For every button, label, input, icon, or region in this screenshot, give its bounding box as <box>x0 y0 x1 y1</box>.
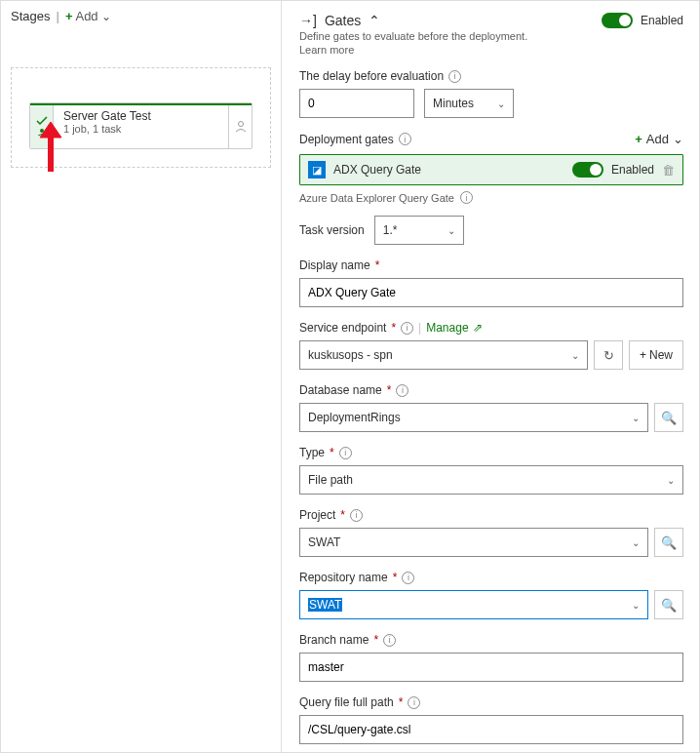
info-icon[interactable]: i <box>401 322 413 335</box>
learn-more-link[interactable]: Learn more <box>299 44 354 56</box>
gates-toggle[interactable] <box>602 13 633 28</box>
task-version-select[interactable]: 1.* ⌄ <box>374 216 464 245</box>
new-endpoint-button[interactable]: +New <box>629 340 683 370</box>
add-gate-label: Add <box>646 132 669 146</box>
add-gate-button[interactable]: + Add ⌄ <box>635 132 683 146</box>
chevron-down-icon: ⌄ <box>667 475 675 486</box>
new-endpoint-label: New <box>649 348 673 362</box>
chevron-down-icon: ⌄ <box>673 132 683 146</box>
type-label: Type <box>299 446 325 459</box>
browse-database-button[interactable]: 🔍 <box>654 403 683 432</box>
database-select[interactable]: DeploymentRings⌄ <box>299 403 648 432</box>
gates-description: Define gates to evaluate before the depl… <box>299 30 683 42</box>
separator: | <box>56 9 58 23</box>
service-endpoint-select[interactable]: kuskusops - spn ⌄ <box>299 340 588 370</box>
delete-icon[interactable]: 🗑 <box>662 163 675 178</box>
external-icon: ⇗ <box>473 321 483 335</box>
plus-icon: + <box>640 348 646 362</box>
chevron-down-icon: ⌄ <box>632 600 640 611</box>
chevron-down-icon: ⌄ <box>632 537 640 548</box>
query-path-label: Query file full path <box>299 695 394 709</box>
chevron-down-icon <box>101 9 111 23</box>
database-value: DeploymentRings <box>308 411 401 424</box>
refresh-icon: ↻ <box>603 348 614 363</box>
plus-icon: + <box>635 132 642 146</box>
project-label: Project <box>299 508 335 522</box>
gate-item-name: ADX Query Gate <box>333 163 564 177</box>
service-endpoint-value: kuskusops - spn <box>308 348 393 362</box>
info-icon[interactable]: i <box>339 447 352 459</box>
gates-title: Gates <box>325 13 361 28</box>
gate-item[interactable]: ◪ ADX Query Gate Enabled 🗑 <box>299 154 683 185</box>
adx-icon: ◪ <box>308 161 326 178</box>
manage-link[interactable]: Manage⇗ <box>426 321 482 335</box>
chevron-down-icon: ⌄ <box>447 225 455 236</box>
search-icon: 🔍 <box>661 411 677 425</box>
gates-enabled-label: Enabled <box>641 14 683 27</box>
info-icon[interactable]: i <box>402 572 414 584</box>
delay-unit-select[interactable]: Minutes ⌄ <box>424 89 514 118</box>
type-value: File path <box>308 473 353 487</box>
refresh-button[interactable]: ↻ <box>594 340 623 370</box>
chevron-up-icon[interactable]: ⌃ <box>369 13 380 28</box>
info-icon[interactable]: i <box>383 634 396 647</box>
display-name-input[interactable] <box>299 278 683 307</box>
info-icon[interactable]: i <box>350 509 363 522</box>
display-name-label: Display name <box>299 258 370 272</box>
chevron-down-icon: ⌄ <box>632 413 640 423</box>
stage-title: Server Gate Test <box>63 109 218 123</box>
delay-label: The delay before evaluation <box>299 69 444 83</box>
gate-item-enabled-label: Enabled <box>611 163 654 177</box>
database-label: Database name <box>299 383 382 397</box>
gate-item-toggle[interactable] <box>572 162 603 178</box>
branch-input[interactable] <box>299 653 683 682</box>
task-version-value: 1.* <box>383 223 398 237</box>
plus-icon: + <box>65 9 73 23</box>
browse-repo-button[interactable]: 🔍 <box>654 590 683 619</box>
stages-heading: Stages <box>11 9 50 23</box>
delay-input[interactable] <box>299 89 414 118</box>
info-icon[interactable]: i <box>396 384 408 397</box>
exit-icon: →] <box>299 13 317 28</box>
gate-type-caption: Azure Data Explorer Query Gate <box>299 192 454 204</box>
search-icon: 🔍 <box>661 598 677 613</box>
add-stage-button[interactable]: + Add <box>65 9 111 23</box>
info-icon[interactable]: i <box>399 133 411 145</box>
info-icon[interactable]: i <box>448 70 461 83</box>
project-select[interactable]: SWAT⌄ <box>299 528 648 557</box>
query-path-input[interactable] <box>299 715 683 744</box>
chevron-down-icon: ⌄ <box>571 350 579 361</box>
type-select[interactable]: File path⌄ <box>299 465 683 495</box>
delay-unit-value: Minutes <box>433 97 474 110</box>
repo-label: Repository name <box>299 571 388 584</box>
info-icon[interactable]: i <box>408 696 420 709</box>
task-version-label: Task version <box>299 223 365 237</box>
deployment-gates-label: Deployment gates <box>299 133 394 146</box>
browse-project-button[interactable]: 🔍 <box>654 528 683 557</box>
svg-point-1 <box>238 122 243 127</box>
project-value: SWAT <box>308 535 340 549</box>
chevron-down-icon: ⌄ <box>497 99 505 109</box>
service-endpoint-label: Service endpoint <box>299 321 386 335</box>
add-stage-label: Add <box>75 9 97 23</box>
branch-label: Branch name <box>299 633 369 647</box>
search-icon: 🔍 <box>661 535 677 550</box>
callout-arrow <box>36 118 65 179</box>
post-deploy-user-icon[interactable] <box>228 103 252 148</box>
stage-subtitle: 1 job, 1 task <box>63 123 218 135</box>
repo-value: SWAT <box>308 598 342 612</box>
info-icon[interactable]: i <box>460 191 473 204</box>
repo-select[interactable]: SWAT⌄ <box>299 590 648 619</box>
